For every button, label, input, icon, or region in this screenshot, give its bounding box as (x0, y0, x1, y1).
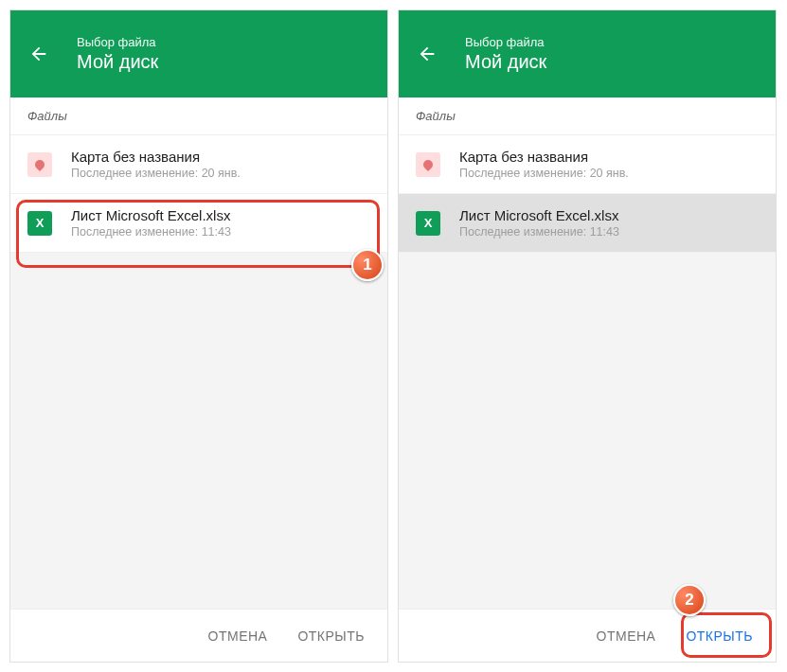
screenshot-step-2: Выбор файла Мой диск Файлы Карта без наз… (398, 9, 777, 663)
back-arrow-icon[interactable] (27, 43, 50, 65)
file-meta: Последнее изменение: 20 янв. (71, 167, 241, 180)
header-text: Выбор файла Мой диск (77, 35, 158, 73)
header-subtitle: Выбор файла (465, 35, 546, 49)
file-item-excel[interactable]: Лист Microsoft Excel.xlsx Последнее изме… (399, 194, 776, 253)
file-title: Лист Microsoft Excel.xlsx (71, 207, 231, 223)
app-header: Выбор файла Мой диск (399, 10, 776, 97)
file-title: Лист Microsoft Excel.xlsx (459, 207, 619, 223)
file-meta: Последнее изменение: 11:43 (71, 225, 231, 239)
file-meta: Последнее изменение: 20 янв. (459, 167, 629, 180)
footer: ОТМЕНА ОТКРЫТЬ (10, 609, 387, 662)
file-text: Лист Microsoft Excel.xlsx Последнее изме… (71, 207, 231, 239)
file-text: Карта без названия Последнее изменение: … (71, 149, 241, 180)
cancel-button[interactable]: ОТМЕНА (583, 619, 670, 653)
map-pin-icon (27, 152, 52, 177)
header-subtitle: Выбор файла (77, 35, 158, 49)
file-title: Карта без названия (459, 149, 629, 165)
file-text: Карта без названия Последнее изменение: … (459, 149, 629, 180)
file-item-excel[interactable]: Лист Microsoft Excel.xlsx Последнее изме… (10, 194, 387, 253)
file-title: Карта без названия (71, 149, 241, 165)
excel-icon (27, 211, 52, 236)
screenshot-step-1: Выбор файла Мой диск Файлы Карта без наз… (9, 9, 388, 663)
cancel-button[interactable]: ОТМЕНА (195, 619, 281, 653)
open-button[interactable]: ОТКРЫТЬ (284, 619, 378, 653)
file-meta: Последнее изменение: 11:43 (459, 225, 619, 239)
excel-icon (416, 211, 440, 236)
empty-area (10, 253, 387, 609)
map-pin-icon (416, 152, 440, 177)
file-list: Карта без названия Последнее изменение: … (10, 135, 387, 253)
file-item-map[interactable]: Карта без названия Последнее изменение: … (10, 135, 387, 194)
file-text: Лист Microsoft Excel.xlsx Последнее изме… (459, 207, 619, 239)
file-list: Карта без названия Последнее изменение: … (399, 135, 776, 253)
footer: ОТМЕНА ОТКРЫТЬ (399, 609, 776, 662)
app-header: Выбор файла Мой диск (10, 10, 387, 97)
header-title: Мой диск (465, 51, 546, 73)
section-label: Файлы (10, 97, 387, 135)
open-button[interactable]: ОТКРЫТЬ (672, 619, 766, 653)
section-label: Файлы (399, 97, 776, 135)
header-title: Мой диск (77, 51, 158, 73)
file-item-map[interactable]: Карта без названия Последнее изменение: … (399, 135, 776, 194)
back-arrow-icon[interactable] (416, 43, 438, 65)
header-text: Выбор файла Мой диск (465, 35, 546, 73)
empty-area (399, 253, 776, 609)
